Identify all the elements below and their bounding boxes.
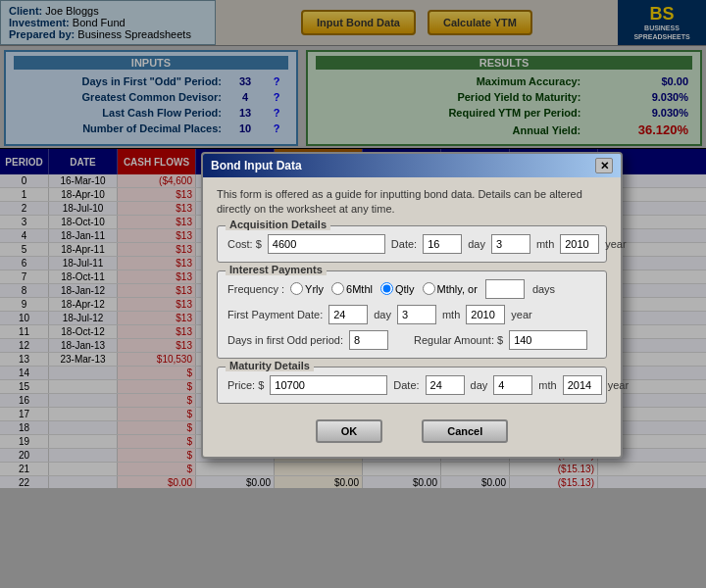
radio-6mthl-input[interactable] bbox=[331, 282, 344, 295]
modal-body: This form is offered as a guide for inpu… bbox=[203, 177, 621, 457]
modal-title: Bond Input Data bbox=[211, 159, 302, 172]
acquisition-section: Acquisition Details Cost: $ Date: day mt… bbox=[217, 225, 607, 263]
cost-input[interactable] bbox=[268, 234, 385, 254]
radio-yrly-input[interactable] bbox=[290, 282, 303, 295]
acquisition-row: Cost: $ Date: day mth year bbox=[227, 234, 596, 254]
first-mth-input[interactable] bbox=[397, 305, 436, 324]
bond-input-modal: Bond Input Data ✕ This form is offered a… bbox=[201, 152, 623, 459]
first-year-lbl: year bbox=[511, 309, 531, 320]
first-day-input[interactable] bbox=[328, 305, 368, 324]
radio-mthly-input[interactable] bbox=[423, 282, 435, 295]
interest-section: Interest Payments Frequency : Yrly 6Mthl… bbox=[217, 270, 607, 359]
mat-day-lbl: day bbox=[471, 379, 488, 391]
acq-date-label: Date: bbox=[391, 238, 417, 250]
days-label: days bbox=[532, 283, 555, 295]
mat-year-lbl: year bbox=[608, 379, 629, 391]
radio-yrly[interactable]: Yrly bbox=[290, 282, 324, 295]
freq-label: Frequency : bbox=[227, 283, 284, 295]
maturity-row: Price: $ Date: day mth year bbox=[227, 375, 596, 395]
cancel-button[interactable]: Cancel bbox=[422, 419, 508, 443]
mat-mth-lbl: mth bbox=[538, 379, 556, 391]
interest-freq-row: Frequency : Yrly 6Mthl Qtly Mthly, or da… bbox=[227, 279, 596, 299]
mat-year-input[interactable] bbox=[563, 375, 602, 395]
first-mth-lbl: mth bbox=[442, 309, 460, 320]
frequency-radio-group: Yrly 6Mthl Qtly Mthly, or days bbox=[290, 279, 555, 299]
first-day-lbl: day bbox=[374, 309, 391, 320]
price-label: Price: $ bbox=[227, 379, 264, 391]
price-input[interactable] bbox=[270, 375, 387, 395]
odd-period-row: Days in first Odd period: Regular Amount… bbox=[227, 330, 596, 350]
maturity-section: Maturity Details Price: $ Date: day mth … bbox=[217, 367, 607, 404]
first-payment-row: First Payment Date: day mth year bbox=[227, 305, 596, 324]
acq-mth-input[interactable] bbox=[491, 234, 530, 254]
ok-button[interactable]: OK bbox=[316, 419, 383, 443]
first-date-label: First Payment Date: bbox=[227, 309, 323, 320]
mat-day-input[interactable] bbox=[426, 375, 465, 395]
modal-title-bar: Bond Input Data ✕ bbox=[203, 154, 621, 177]
radio-qtly-input[interactable] bbox=[380, 282, 393, 295]
regular-label: Regular Amount: $ bbox=[414, 334, 503, 346]
acquisition-title: Acquisition Details bbox=[226, 219, 330, 230]
odd-label: Days in first Odd period: bbox=[227, 334, 343, 346]
acq-year-input[interactable] bbox=[560, 234, 599, 254]
cost-label: Cost: $ bbox=[227, 238, 262, 250]
maturity-title: Maturity Details bbox=[226, 360, 314, 371]
mat-mth-input[interactable] bbox=[493, 375, 532, 395]
acq-mth-label: mth bbox=[536, 238, 554, 250]
radio-mthly[interactable]: Mthly, or bbox=[423, 282, 478, 295]
days-custom-input[interactable] bbox=[485, 279, 525, 299]
acq-day-input[interactable] bbox=[423, 234, 462, 254]
modal-buttons: OK Cancel bbox=[217, 412, 607, 447]
radio-6mthl[interactable]: 6Mthl bbox=[331, 282, 373, 295]
modal-description: This form is offered as a guide for inpu… bbox=[217, 187, 607, 218]
mat-date-label: Date: bbox=[393, 379, 419, 391]
regular-amount-input[interactable] bbox=[509, 330, 587, 350]
radio-qtly[interactable]: Qtly bbox=[380, 282, 415, 295]
acq-day-label: day bbox=[468, 238, 485, 250]
interest-title: Interest Payments bbox=[226, 264, 327, 275]
first-year-input[interactable] bbox=[466, 305, 505, 324]
odd-value-input[interactable] bbox=[349, 330, 388, 350]
modal-close-button[interactable]: ✕ bbox=[595, 158, 613, 173]
acq-year-label: year bbox=[605, 238, 626, 250]
